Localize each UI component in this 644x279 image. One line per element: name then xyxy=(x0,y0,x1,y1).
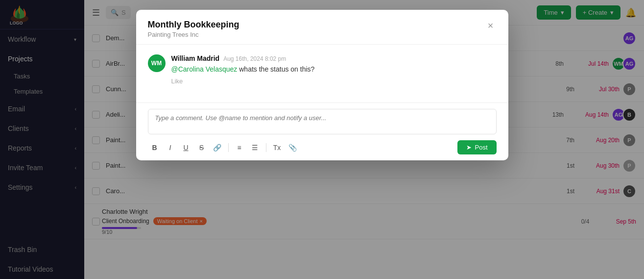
comment-header: William Madrid Aug 16th, 2024 8:02 pm xyxy=(171,54,497,62)
post-label: Post xyxy=(475,144,487,151)
comment-time: Aug 16th, 2024 8:02 pm xyxy=(223,55,286,62)
post-arrow-icon: ➤ xyxy=(466,144,472,151)
comment-input-area: B I U S 🔗 ≡ ☰ Tx 📎 ➤ Post xyxy=(136,102,508,160)
modal-close-button[interactable]: × xyxy=(485,20,497,31)
comment-toolbar: B I U S 🔗 ≡ ☰ Tx 📎 ➤ Post xyxy=(148,140,497,154)
modal-body: WM William Madrid Aug 16th, 2024 8:02 pm… xyxy=(136,45,508,102)
ordered-list-button[interactable]: ≡ xyxy=(233,141,246,154)
app-container: LOGO Workflow ▾ Projects Tasks Templates… xyxy=(0,0,644,279)
comment-content: William Madrid Aug 16th, 2024 8:02 pm @C… xyxy=(171,54,497,85)
link-button[interactable]: 🔗 xyxy=(211,141,224,154)
clear-format-button[interactable]: Tx xyxy=(270,141,284,154)
toolbar-separator-2 xyxy=(266,143,266,152)
modal-title: Monthly Bookkeeping xyxy=(148,20,485,30)
toolbar-separator xyxy=(228,143,229,152)
modal-title-block: Monthly Bookkeeping Painting Trees Inc xyxy=(148,20,485,38)
comment-input[interactable] xyxy=(148,109,497,134)
bold-button[interactable]: B xyxy=(148,141,162,154)
mention[interactable]: @Carolina Velasquez xyxy=(171,65,238,73)
modal-overlay[interactable]: Monthly Bookkeeping Painting Trees Inc ×… xyxy=(0,0,644,279)
unordered-list-button[interactable]: ☰ xyxy=(248,141,262,154)
like-button[interactable]: Like xyxy=(171,77,497,85)
underline-button[interactable]: U xyxy=(179,141,193,154)
modal-subtitle: Painting Trees Inc xyxy=(148,31,485,38)
modal: Monthly Bookkeeping Painting Trees Inc ×… xyxy=(136,10,508,160)
comment-message: whats the status on this? xyxy=(237,65,314,73)
strikethrough-button[interactable]: S xyxy=(195,141,209,154)
modal-header: Monthly Bookkeeping Painting Trees Inc × xyxy=(136,10,508,45)
comment-avatar: WM xyxy=(148,54,166,72)
attach-button[interactable]: 📎 xyxy=(286,141,300,154)
comment-item: WM William Madrid Aug 16th, 2024 8:02 pm… xyxy=(148,54,497,85)
post-button[interactable]: ➤ Post xyxy=(457,140,496,154)
comment-author: William Madrid xyxy=(171,54,220,62)
italic-button[interactable]: I xyxy=(164,141,177,154)
comment-text: @Carolina Velasquez whats the status on … xyxy=(171,64,497,75)
